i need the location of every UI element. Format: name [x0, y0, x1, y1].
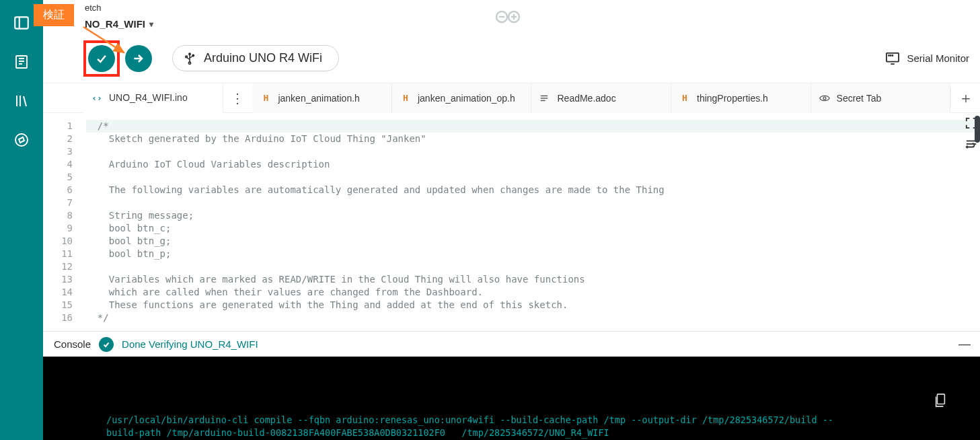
tab-label: Secret Tab — [837, 93, 882, 104]
tab-label: thingProperties.h — [697, 93, 768, 104]
chevron-down-icon: ▾ — [149, 20, 153, 29]
svg-rect-34 — [938, 394, 945, 404]
arduino-logo-icon — [494, 8, 530, 26]
tab-janken-animation-op[interactable]: H janken_animation_op.h — [392, 83, 532, 113]
board-label: Arduino UNO R4 WiFi — [204, 51, 322, 65]
tab-janken-animation[interactable]: H janken_animation.h — [252, 83, 392, 113]
svg-point-9 — [15, 134, 28, 146]
document-file-icon — [539, 94, 550, 103]
svg-line-11 — [83, 27, 124, 52]
ino-file-icon: ‹› — [91, 93, 102, 103]
board-selector[interactable]: Arduino UNO R4 WiFi — [172, 45, 339, 71]
monitor-icon — [885, 52, 900, 65]
tab-label: UNO_R4_WIFI.ino — [109, 92, 188, 103]
svg-rect-23 — [887, 52, 899, 61]
svg-point-27 — [893, 54, 893, 55]
svg-rect-21 — [186, 56, 187, 57]
annotation-callout: 検証 — [34, 4, 74, 26]
annotation-label: 検証 — [43, 9, 65, 20]
editor-scrollbar[interactable] — [975, 113, 980, 331]
serial-monitor-button[interactable]: Serial Monitor — [885, 52, 969, 65]
left-sidebar — [0, 0, 43, 440]
library-icon[interactable] — [12, 91, 31, 110]
header-file-icon: H — [679, 93, 690, 103]
breadcrumb-sketch: etch — [85, 3, 102, 13]
code-content[interactable]: /* Sketch generated by the Arduino IoT C… — [81, 113, 980, 331]
explore-icon[interactable] — [12, 131, 31, 149]
console-status: Done Verifying UNO_R4_WIFI — [122, 338, 258, 350]
svg-point-31 — [823, 97, 826, 100]
tab-options-button[interactable]: ⋮ — [223, 90, 253, 106]
svg-point-19 — [189, 53, 190, 54]
svg-point-22 — [192, 54, 194, 56]
svg-line-8 — [24, 96, 26, 106]
console-title: Console — [54, 338, 91, 350]
annotation-arrow-icon — [81, 24, 135, 65]
sidebar-toggle-icon[interactable] — [12, 13, 31, 32]
collapse-console-button[interactable]: — — [958, 337, 969, 351]
tab-secret[interactable]: Secret Tab — [811, 83, 951, 113]
header-file-icon: H — [400, 93, 411, 103]
toolbar: Arduino UNO R4 WiFi Serial Monitor — [43, 34, 980, 83]
svg-rect-0 — [15, 17, 28, 28]
tab-label: janken_animation_op.h — [418, 93, 515, 104]
svg-marker-10 — [19, 137, 24, 143]
verify-success-icon — [99, 337, 114, 352]
scroll-thumb[interactable] — [975, 116, 980, 143]
svg-point-25 — [889, 54, 889, 55]
console-header: Console Done Verifying UNO_R4_WIFI — — [43, 331, 980, 357]
add-tab-button[interactable]: ＋ — [950, 88, 980, 108]
eye-icon — [819, 94, 830, 103]
line-gutter: 12345678910111213141516 — [43, 113, 81, 331]
header-file-icon: H — [260, 93, 271, 103]
topbar: etch NO_R4_WIFI ▾ — [43, 0, 980, 34]
svg-point-26 — [891, 54, 891, 55]
copy-output-icon[interactable] — [934, 367, 967, 433]
usb-icon — [184, 52, 196, 65]
tab-label: janken_animation.h — [278, 93, 359, 104]
main-area: 検証 etch NO_R4_WIFI ▾ — [43, 0, 980, 440]
sketchbook-icon[interactable] — [12, 52, 31, 71]
tab-main-ino[interactable]: ‹› UNO_R4_WIFI.ino — [83, 83, 223, 113]
code-editor[interactable]: 12345678910111213141516 /* Sketch genera… — [43, 113, 980, 331]
console-output[interactable]: /usr/local/bin/arduino-cli compile --fqb… — [43, 357, 980, 440]
serial-monitor-label: Serial Monitor — [907, 52, 969, 64]
tab-thing-properties[interactable]: H thingProperties.h — [671, 83, 811, 113]
tab-bar: ‹› UNO_R4_WIFI.ino ⋮ H janken_animation.… — [43, 83, 980, 113]
tab-label: ReadMe.adoc — [557, 93, 615, 104]
tab-readme[interactable]: ReadMe.adoc — [531, 83, 671, 113]
